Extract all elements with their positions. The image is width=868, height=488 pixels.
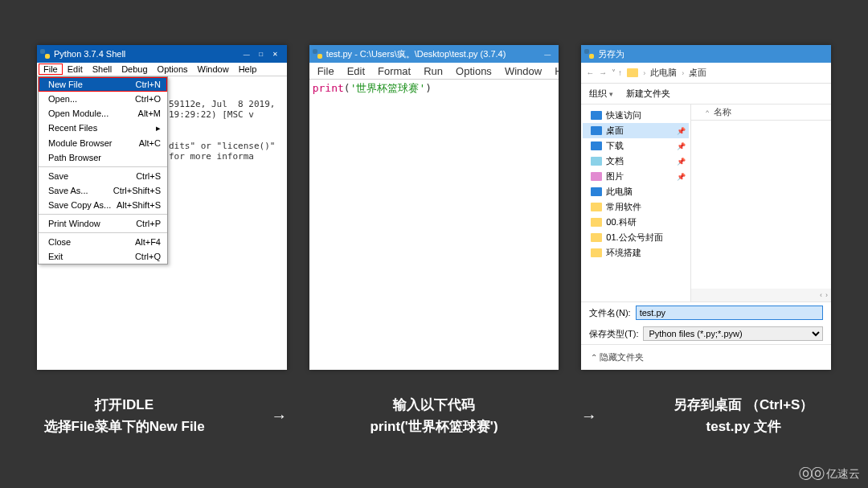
python-icon <box>584 49 594 59</box>
shell-line-1: 59112e, Jul 8 2019, 19:29:22) [MSC v <box>169 99 280 120</box>
chevron-right-icon[interactable]: › <box>825 291 828 299</box>
tree-scrollbar[interactable]: ‹› <box>691 289 831 301</box>
minimize-icon[interactable]: — <box>240 49 253 59</box>
list-header[interactable]: ^ 名称 <box>691 105 831 121</box>
pin-icon: 📌 <box>677 127 686 135</box>
menubar-editor[interactable]: File Edit Format Run Options Window Help <box>309 63 559 80</box>
logo-icon: ⓞⓞ <box>799 465 823 483</box>
window-title: 另存为 <box>598 48 624 60</box>
python-icon <box>313 49 322 59</box>
menu-edit[interactable]: Edit <box>63 64 88 75</box>
tree-folder[interactable]: 00.科研 <box>583 215 689 230</box>
tree-folder[interactable]: 常用软件 <box>583 199 689 215</box>
menu-module-browser[interactable]: Module BrowserAlt+C <box>39 136 167 150</box>
arrow-right-icon: → <box>271 407 287 425</box>
menu-window[interactable]: Window <box>498 64 548 79</box>
folder-icon <box>591 248 602 257</box>
file-list[interactable]: ^ 名称 ‹› <box>691 105 831 301</box>
crumb-desktop[interactable]: 桌面 <box>689 67 706 79</box>
chevron-right-icon: › <box>682 69 684 77</box>
save-as-dialog: 另存为 ← → ˅ ↑ › 此电脑 › 桌面 组织 新建文件夹 快速访问 桌面📌… <box>581 45 831 370</box>
menu-save-copy-as[interactable]: Save Copy As...Alt+Shift+S <box>39 198 167 212</box>
menu-help[interactable]: Help <box>548 64 559 79</box>
desktop-icon <box>591 126 602 135</box>
pc-icon <box>591 187 602 196</box>
menu-open[interactable]: Open...Ctrl+O <box>39 92 167 106</box>
up-icon[interactable]: ˅ ↑ <box>612 68 622 77</box>
menu-help[interactable]: Help <box>234 64 262 75</box>
close-icon[interactable]: ✕ <box>269 49 282 59</box>
filetype-select[interactable]: Python files (*.py;*.pyw) <box>643 326 823 341</box>
tree-downloads[interactable]: 下载📌 <box>583 138 689 154</box>
menu-new-file[interactable]: New FileCtrl+N <box>39 77 167 92</box>
maximize-icon[interactable]: □ <box>255 49 268 59</box>
code-editor[interactable]: print('世界杯篮球赛') <box>309 80 559 370</box>
menu-save[interactable]: SaveCtrl+S <box>39 169 167 183</box>
tree-this-pc[interactable]: 此电脑 <box>583 184 689 199</box>
idle-editor-window: test.py - C:\Users\疯。\Desktop\test.py (3… <box>309 45 559 370</box>
menu-edit[interactable]: Edit <box>341 64 371 79</box>
menu-open-module[interactable]: Open Module...Alt+M <box>39 106 167 121</box>
tree-quick-access[interactable]: 快速访问 <box>583 108 689 123</box>
menu-file[interactable]: File <box>311 64 341 79</box>
hide-folders-toggle[interactable]: 隐藏文件夹 <box>581 344 831 370</box>
nav-tree[interactable]: 快速访问 桌面📌 下载📌 文档📌 图片📌 此电脑 常用软件 00.科研 01.公… <box>581 105 691 301</box>
crumb-this-pc[interactable]: 此电脑 <box>650 67 677 79</box>
menu-options[interactable]: Options <box>153 64 193 75</box>
menu-file[interactable]: File <box>39 64 63 75</box>
titlebar-saveas[interactable]: 另存为 <box>581 45 831 63</box>
new-folder-button[interactable]: 新建文件夹 <box>626 88 670 100</box>
picture-icon <box>591 172 602 181</box>
pin-icon: 📌 <box>677 158 686 166</box>
menu-window[interactable]: Window <box>193 64 234 75</box>
menu-close[interactable]: CloseAlt+F4 <box>39 235 167 249</box>
tree-folder[interactable]: 01.公众号封面 <box>583 230 689 245</box>
code-string: '世界杯篮球赛' <box>350 82 426 94</box>
tree-documents[interactable]: 文档📌 <box>583 154 689 169</box>
chevron-left-icon[interactable]: ‹ <box>820 291 822 299</box>
window-title: Python 3.7.4 Shell <box>54 49 125 59</box>
caption-3: 另存到桌面 （Ctrl+S） test.py 文件 <box>620 394 868 437</box>
document-icon <box>591 157 602 166</box>
captions: 打开IDLE 选择File菜单下的New File → 输入以下代码 print… <box>0 394 868 437</box>
file-menu-dropdown[interactable]: New FileCtrl+N Open...Ctrl+O Open Module… <box>38 76 168 265</box>
pin-icon: 📌 <box>677 173 686 181</box>
tree-desktop[interactable]: 桌面📌 <box>583 123 689 138</box>
breadcrumb[interactable]: ← → ˅ ↑ › 此电脑 › 桌面 <box>581 63 831 84</box>
forward-icon[interactable]: → <box>599 68 607 77</box>
menu-recent-files[interactable]: Recent Files▸ <box>39 121 167 136</box>
chevron-right-icon: › <box>643 69 645 77</box>
menu-shell[interactable]: Shell <box>88 64 117 75</box>
filetype-row: 保存类型(T): Python files (*.py;*.pyw) <box>581 323 831 344</box>
menu-exit[interactable]: ExitCtrl+Q <box>39 249 167 264</box>
titlebar-shell[interactable]: Python 3.7.4 Shell — □ ✕ <box>37 45 287 63</box>
folder-icon <box>591 233 602 242</box>
titlebar-editor[interactable]: test.py - C:\Users\疯。\Desktop\test.py (3… <box>309 45 559 63</box>
filename-row: 文件名(N): <box>581 301 831 323</box>
filetype-label: 保存类型(T): <box>589 328 638 340</box>
organize-menu[interactable]: 组织 <box>589 88 613 100</box>
folder-icon <box>627 68 638 77</box>
tree-folder[interactable]: 环境搭建 <box>583 245 689 260</box>
menu-path-browser[interactable]: Path Browser <box>39 150 167 165</box>
menu-run[interactable]: Run <box>417 64 449 79</box>
menu-format[interactable]: Format <box>371 64 417 79</box>
tree-pictures[interactable]: 图片📌 <box>583 169 689 184</box>
menu-save-as[interactable]: Save As...Ctrl+Shift+S <box>39 183 167 198</box>
arrow-right-icon: → <box>581 407 597 425</box>
filename-input[interactable] <box>636 306 823 320</box>
toolbar: 组织 新建文件夹 <box>581 84 831 105</box>
back-icon[interactable]: ← <box>586 68 594 77</box>
minimize-icon[interactable]: — <box>541 49 554 59</box>
menu-options[interactable]: Options <box>449 64 498 79</box>
menu-debug[interactable]: Debug <box>117 64 152 75</box>
folder-icon <box>591 203 602 211</box>
menu-print-window[interactable]: Print WindowCtrl+P <box>39 216 167 231</box>
download-icon <box>591 141 602 150</box>
folder-icon <box>591 218 602 227</box>
col-name[interactable]: 名称 <box>714 106 731 118</box>
idle-shell-window: Python 3.7.4 Shell — □ ✕ File Edit Shell… <box>37 45 287 370</box>
star-icon <box>591 111 602 120</box>
window-title: test.py - C:\Users\疯。\Desktop\test.py (3… <box>326 48 506 60</box>
menubar-shell[interactable]: File Edit Shell Debug Options Window Hel… <box>37 63 287 76</box>
